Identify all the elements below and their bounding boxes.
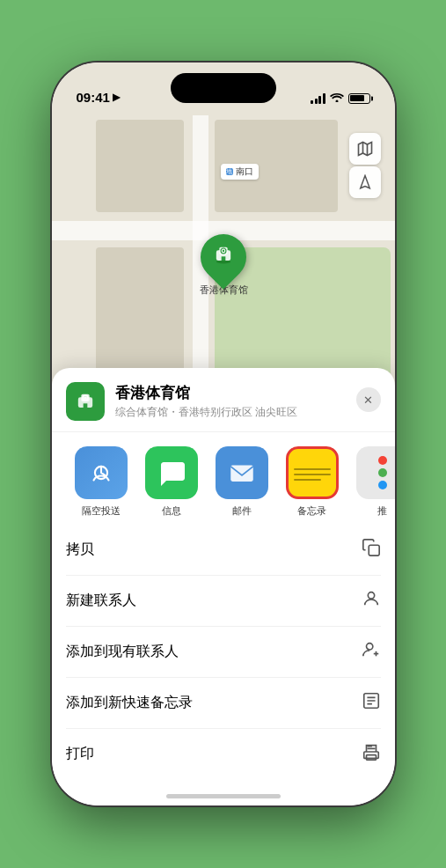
action-print[interactable]: 打印 — [66, 729, 381, 779]
location-pin: 香港体育馆 — [200, 234, 248, 297]
copy-icon — [362, 538, 381, 562]
print-icon — [362, 742, 381, 766]
notes-line-2 — [294, 474, 331, 475]
phone-screen: 09:41 ▶ — [52, 63, 395, 805]
dynamic-island — [171, 73, 276, 103]
action-copy[interactable]: 拷贝 — [66, 525, 381, 576]
home-indicator — [166, 794, 281, 798]
person-icon — [362, 589, 381, 613]
svg-rect-15 — [230, 466, 253, 482]
add-note-label: 添加到新快速备忘录 — [66, 694, 193, 712]
print-label: 打印 — [66, 745, 94, 763]
messages-icon — [145, 446, 198, 499]
action-list: 拷贝 新建联系人 — [52, 525, 395, 779]
signal-bars-icon — [311, 93, 325, 104]
location-button[interactable] — [349, 166, 381, 198]
note-icon — [362, 691, 381, 715]
status-time: 09:41 ▶ — [77, 90, 120, 105]
pin-circle — [191, 224, 256, 290]
map-controls — [349, 133, 381, 198]
mail-label: 邮件 — [232, 504, 252, 518]
svg-point-17 — [368, 592, 374, 599]
action-new-contact[interactable]: 新建联系人 — [66, 576, 381, 627]
share-item-mail[interactable]: 邮件 — [207, 446, 277, 518]
copy-label: 拷贝 — [66, 541, 94, 559]
share-item-airdrop[interactable]: 隔空投送 — [66, 446, 136, 518]
svg-rect-25 — [366, 755, 376, 761]
map-type-button[interactable] — [349, 133, 381, 165]
svg-point-8 — [223, 250, 224, 252]
notes-line-1 — [294, 468, 331, 470]
venue-subtitle: 综合体育馆・香港特别行政区 油尖旺区 — [115, 405, 381, 420]
notes-icon — [286, 446, 339, 499]
phone-shell: 09:41 ▶ — [52, 63, 395, 805]
venue-icon — [66, 382, 105, 421]
svg-rect-6 — [222, 256, 226, 261]
svg-point-18 — [366, 644, 372, 650]
map-block-1 — [96, 120, 184, 212]
map-station-label: 地 南口 — [221, 164, 259, 180]
status-icons — [311, 92, 370, 105]
more-label: 推 — [377, 504, 387, 518]
map-label-text: 南口 — [236, 166, 253, 178]
more-icon — [356, 446, 395, 499]
venue-name: 香港体育馆 — [115, 383, 381, 403]
notes-lines — [289, 461, 336, 484]
messages-label: 信息 — [162, 504, 181, 518]
close-button[interactable]: ✕ — [356, 387, 381, 412]
venue-info: 香港体育馆 综合体育馆・香港特别行政区 油尖旺区 — [115, 383, 381, 420]
share-item-messages[interactable]: 信息 — [136, 446, 207, 518]
battery-icon — [348, 93, 370, 104]
action-add-note[interactable]: 添加到新快速备忘录 — [66, 678, 381, 729]
new-contact-label: 新建联系人 — [66, 592, 136, 610]
action-add-existing[interactable]: 添加到现有联系人 — [66, 627, 381, 678]
share-item-more[interactable]: 推 — [347, 446, 395, 518]
pin-inner-icon — [211, 242, 236, 272]
airdrop-label: 隔空投送 — [82, 504, 121, 518]
bottom-sheet: 香港体育馆 综合体育馆・香港特别行政区 油尖旺区 ✕ 隔空 — [52, 368, 395, 805]
mail-icon — [216, 446, 268, 499]
airdrop-icon — [75, 446, 128, 499]
more-dots — [378, 456, 387, 489]
notes-label: 备忘录 — [297, 504, 326, 518]
notes-line-3 — [294, 479, 322, 481]
time-label: 09:41 — [77, 90, 110, 105]
share-row: 隔空投送 信息 — [52, 432, 395, 525]
share-item-notes[interactable]: 备忘录 — [277, 446, 347, 518]
add-existing-label: 添加到现有联系人 — [66, 643, 179, 661]
map-label-dot: 地 — [226, 168, 233, 175]
wifi-icon — [330, 92, 344, 105]
location-arrow-icon: ▶ — [113, 92, 120, 103]
svg-rect-11 — [83, 403, 87, 408]
person-add-icon — [362, 640, 381, 664]
svg-marker-0 — [358, 143, 371, 156]
sheet-header: 香港体育馆 综合体育馆・香港特别行政区 油尖旺区 ✕ — [52, 368, 395, 432]
svg-rect-16 — [369, 545, 379, 555]
svg-point-13 — [84, 397, 85, 399]
battery-fill — [350, 95, 364, 101]
